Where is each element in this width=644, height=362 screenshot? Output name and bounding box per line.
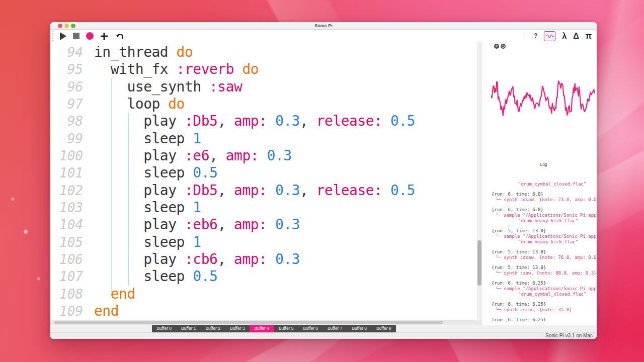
help-icon[interactable]: ? bbox=[534, 30, 537, 42]
code-line[interactable]: 94in_thread do bbox=[50, 44, 482, 61]
code-line[interactable]: 95 with_fx :reverb do bbox=[50, 61, 482, 78]
code-text: sleep 0.5 bbox=[94, 164, 217, 182]
line-number: 105 bbox=[50, 234, 83, 251]
log-entry: {run: 5, time: 13.0}└─ sample "/Applicat… bbox=[492, 228, 596, 245]
log-entry-meta: {run: 5, time: 13.0} bbox=[492, 265, 596, 270]
code-editor[interactable]: 94in_thread do95 with_fx :reverb do96 us… bbox=[50, 42, 482, 320]
code-line[interactable]: 109end bbox=[50, 303, 482, 320]
buffer-tab-0[interactable]: Buffer 0 bbox=[152, 325, 177, 332]
log-entry-meta: {run: 5, time: 13.0} bbox=[492, 228, 596, 234]
buffer-tab-8[interactable]: Buffer 8 bbox=[347, 325, 372, 332]
code-text: play :e6, amp: 0.3 bbox=[94, 147, 292, 164]
log-entry-meta: {run: 6, time: 6.25} bbox=[492, 281, 596, 286]
oscilloscope-waveform bbox=[491, 73, 595, 124]
line-number: 98 bbox=[50, 113, 83, 130]
log-panel: Log "drum_cymbal_closed.flac"{run: 6, ti… bbox=[492, 151, 596, 321]
log-entry-line: └─ sample "/Applications/Sonic Pi.app/ bbox=[492, 213, 596, 218]
line-number: 97 bbox=[50, 96, 83, 113]
log-entry-line: "drum_heavy_kick.flac" bbox=[492, 239, 596, 245]
close-icon[interactable]: ✕ bbox=[494, 44, 499, 49]
code-text: play :cb6, amp: 0.3 bbox=[94, 251, 300, 268]
status-text: Sonic Pi v3.1 on Mac bbox=[545, 333, 593, 339]
editor-vertical-scrollbar-thumb[interactable] bbox=[477, 240, 481, 286]
code-text: play :Db5, amp: 0.3, release: 0.5 bbox=[94, 182, 415, 199]
line-number: 103 bbox=[50, 199, 83, 216]
code-text: sleep 1 bbox=[94, 199, 201, 216]
line-number: 107 bbox=[50, 268, 83, 285]
buffer-tab-1[interactable]: Buffer 1 bbox=[177, 325, 201, 332]
log-entry: {run: 6, time: 6.25}└─ sample "/Applicat… bbox=[492, 281, 596, 297]
plus-icon[interactable] bbox=[100, 32, 108, 40]
line-number: 95 bbox=[50, 61, 83, 78]
buffer-tab-9[interactable]: Buffer 9 bbox=[372, 325, 396, 332]
toolbar: ?λΔπ bbox=[50, 30, 597, 42]
code-line[interactable]: 107 sleep 0.5 bbox=[50, 268, 482, 285]
corner-arrow-icon[interactable] bbox=[115, 32, 124, 41]
code-line[interactable]: 98 play :Db5, amp: 0.3, release: 0.5 bbox=[50, 113, 482, 130]
code-line[interactable]: 97 loop do bbox=[50, 96, 482, 113]
code-text: sleep 1 bbox=[94, 130, 201, 147]
log-entry: {run: 6, time: 6.0}└─ synth :dsaw, {note… bbox=[492, 192, 596, 203]
buffer-bar-row: Buffer 0Buffer 1Buffer 2Buffer 3Buffer 4… bbox=[50, 325, 597, 332]
window-titlebar[interactable]: Sonic Pi bbox=[50, 22, 597, 30]
code-line[interactable]: 102 play :Db5, amp: 0.3, release: 0.5 bbox=[50, 182, 482, 199]
code-line[interactable]: 106 play :cb6, amp: 0.3 bbox=[50, 251, 482, 268]
log-entry-line: └─ sample "/Applications/Sonic Pi.app/ bbox=[492, 234, 596, 239]
line-number: 99 bbox=[50, 130, 83, 147]
code-text: play :Db5, amp: 0.3, release: 0.5 bbox=[94, 113, 415, 130]
log-entry-line: └─ synth :sine, {note: 35.0} bbox=[492, 307, 596, 313]
log-entry-line: └─ synth :dsaw, {note: 76.0, amp: 0.05 bbox=[492, 255, 596, 260]
buffer-tab-7[interactable]: Buffer 7 bbox=[323, 325, 348, 332]
log-entry: {run: 6, time: 6.25}└─ synth :dsaw, {not… bbox=[492, 317, 596, 321]
scope-icon[interactable] bbox=[544, 31, 555, 41]
code-text: end bbox=[94, 286, 135, 303]
more-dots-icon[interactable] bbox=[527, 33, 528, 40]
log-entry-meta: {run: 6, time: 6.0} bbox=[492, 192, 596, 197]
log-entry: "drum_cymbal_closed.flac" bbox=[492, 182, 596, 187]
log-entry: {run: 5, time: 13.0}└─ synth :dsaw, {not… bbox=[492, 249, 596, 260]
code-line[interactable]: 100 play :e6, amp: 0.3 bbox=[50, 147, 482, 164]
editor-horizontal-scrollbar-thumb[interactable] bbox=[54, 321, 443, 324]
line-number: 96 bbox=[50, 78, 83, 96]
code-line[interactable]: 105 sleep 1 bbox=[50, 234, 482, 251]
record-icon[interactable] bbox=[86, 32, 94, 40]
lambda-icon[interactable]: λ bbox=[562, 30, 567, 42]
log-entry-line: "drum_cymbal_closed.flac" bbox=[492, 182, 596, 187]
stop-icon[interactable] bbox=[73, 33, 79, 39]
code-line[interactable]: 99 sleep 1 bbox=[50, 130, 482, 147]
buffer-tab-6[interactable]: Buffer 6 bbox=[298, 325, 323, 332]
pi-icon[interactable]: π bbox=[586, 30, 592, 42]
buffer-tab-5[interactable]: Buffer 5 bbox=[274, 325, 299, 332]
code-line[interactable]: 101 sleep 0.5 bbox=[50, 164, 482, 182]
buffer-tab-4[interactable]: Buffer 4 bbox=[250, 325, 274, 332]
code-text: end bbox=[94, 303, 119, 320]
buffer-tab-3[interactable]: Buffer 3 bbox=[225, 325, 250, 332]
buffer-tab-2[interactable]: Buffer 2 bbox=[201, 325, 225, 332]
code-line[interactable]: 104 play :eb6, amp: 0.3 bbox=[50, 216, 482, 233]
log-entry-line: └─ synth :saw, {note: 88.0, amp: 0.3} bbox=[492, 270, 596, 276]
indent-guide bbox=[111, 78, 112, 293]
drag-handle-icon[interactable] bbox=[52, 31, 53, 41]
log-entry-line: └─ synth :dsaw, {note: 73.0, amp: 0.05 bbox=[492, 197, 596, 203]
detach-icon[interactable] bbox=[501, 44, 506, 49]
code-line[interactable]: 103 sleep 1 bbox=[50, 199, 482, 216]
code-line[interactable]: 96 use_synth :saw bbox=[50, 78, 482, 96]
code-line[interactable]: 108 end bbox=[50, 286, 482, 303]
log-entry: {run: 5, time: 13.0}└─ synth :saw, {note… bbox=[492, 265, 596, 276]
log-entry: {run: 6, time: 6.0}└─ sample "/Applicati… bbox=[492, 207, 596, 224]
sonic-pi-window: Sonic Pi ?λΔπ 94in_thread do95 with_fx :… bbox=[50, 22, 597, 339]
code-text: loop do bbox=[94, 96, 185, 113]
log-entry-meta: {run: 6, time: 6.25} bbox=[492, 317, 596, 321]
code-text: use_synth :saw bbox=[94, 78, 242, 96]
code-text: in_thread do bbox=[94, 44, 193, 61]
log-header: Log bbox=[492, 162, 596, 167]
code-text: play :eb6, amp: 0.3 bbox=[94, 216, 300, 233]
delta-icon[interactable]: Δ bbox=[573, 30, 579, 42]
line-number: 108 bbox=[50, 286, 83, 303]
line-number: 101 bbox=[50, 164, 83, 182]
run-icon[interactable] bbox=[60, 32, 66, 40]
line-number: 109 bbox=[50, 303, 83, 320]
log-entry: {run: 6, time: 6.25}└─ synth :sine, {not… bbox=[492, 302, 596, 313]
indent-guide bbox=[128, 113, 129, 285]
log-entry-line: └─ sample "/Applications/Sonic Pi.app/ bbox=[492, 286, 596, 292]
